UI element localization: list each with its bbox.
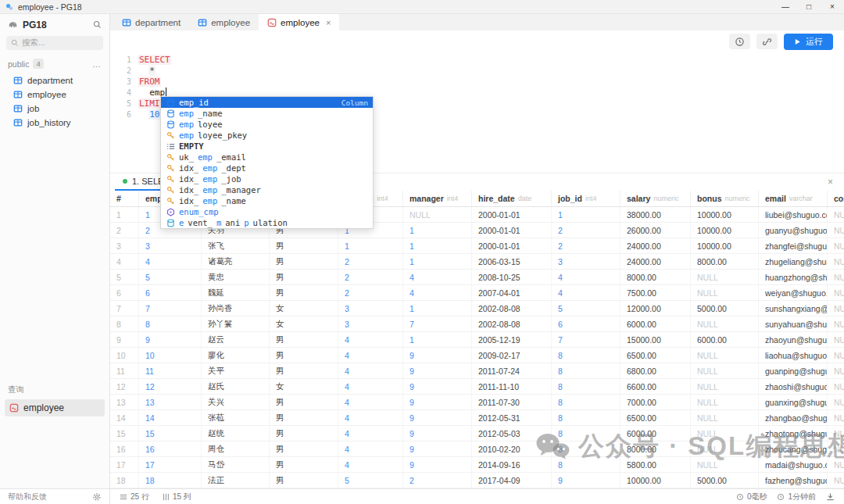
table-cell: huangzhong@shug...: [759, 270, 828, 284]
autocomplete-item[interactable]: uk_emp_email: [161, 152, 373, 163]
help-label[interactable]: 帮助和反馈: [8, 491, 47, 502]
table-cell: 9: [110, 332, 139, 347]
table-cell: 男: [270, 332, 338, 347]
sidebar-item-employee[interactable]: employee: [0, 88, 109, 102]
table-row[interactable]: 77孙尚香女312002-08-08512000.005000.00sunsha…: [110, 301, 844, 316]
autocomplete-item[interactable]: idx_emp_name: [161, 195, 373, 206]
table-cell: 8: [552, 441, 620, 456]
table-row[interactable]: 66魏延男242007-04-0147500.00NULLweiyan@shug…: [110, 285, 844, 301]
table-row[interactable]: 1010廖化男492009-02-1786500.00NULLliaohua@s…: [110, 348, 844, 363]
query-item-employee[interactable]: employee: [5, 399, 105, 416]
table-row[interactable]: 1515赵统男492012-05-0386000.00NULLzhaotong@…: [110, 426, 844, 441]
sidebar-item-department[interactable]: department: [0, 73, 109, 88]
gear-icon[interactable]: [92, 492, 102, 502]
table-cell: 2000-01-01: [472, 207, 552, 222]
column-header-hire_date[interactable]: hire_datedate: [472, 191, 552, 206]
sidebar-item-label: employee: [27, 90, 66, 99]
autocomplete-item[interactable]: idx_emp_manager: [161, 184, 373, 195]
autocomplete-item[interactable]: event_manipulation: [161, 217, 373, 228]
sidebar-item-job_history[interactable]: job_history: [0, 116, 109, 130]
tab-department[interactable]: department: [113, 14, 189, 30]
autocomplete-item-text: emp: [179, 120, 194, 129]
table-cell: 9: [403, 379, 472, 394]
table-row[interactable]: 55黄忠男242008-10-2548000.00NULLhuangzhong@…: [110, 270, 844, 285]
table-row[interactable]: 1212赵氏女492011-11-1086600.00NULLzhaoshi@s…: [110, 379, 844, 395]
app-window: employee - PG18 — □ × PG18 搜索... public …: [0, 0, 844, 504]
table-cell: NULL: [691, 379, 759, 394]
play-icon: [794, 38, 801, 45]
autocomplete-item[interactable]: emp_name: [161, 108, 373, 119]
table-cell: 男: [270, 254, 338, 269]
table-cell: 13: [139, 395, 202, 409]
results-close-icon[interactable]: ×: [821, 177, 839, 188]
tab-employee[interactable]: employee×: [259, 14, 339, 30]
minimize-button[interactable]: —: [774, 0, 797, 13]
table-row[interactable]: 33张飞男112000-01-01224000.0010000.00zhangf…: [110, 238, 844, 254]
table-cell: 2005-12-19: [472, 332, 552, 347]
table-cell: 1: [552, 207, 620, 222]
table-cell: NULL: [691, 457, 759, 472]
code-text: SELECT: [138, 55, 171, 66]
table-cell: 孙丫鬟: [202, 316, 270, 331]
table-row[interactable]: 99赵云男412005-12-19715000.006000.00zhaoyun…: [110, 332, 844, 348]
schema-row[interactable]: public 4 …: [0, 53, 109, 71]
search-icon[interactable]: [93, 20, 102, 29]
search-input[interactable]: 搜索...: [6, 36, 103, 50]
column-header-cor[interactable]: cor: [828, 191, 844, 206]
autocomplete-item[interactable]: emp_idColumn: [161, 97, 373, 108]
autocomplete-item[interactable]: employee: [161, 119, 373, 130]
autocomplete-item[interactable]: enum_cmp: [161, 206, 373, 217]
column-header-email[interactable]: emailvarchar: [759, 191, 828, 206]
editor-toolbar: 运行: [110, 30, 844, 52]
table-cell: 2011-07-24: [472, 363, 552, 378]
column-header-manager[interactable]: managerint4: [403, 191, 472, 206]
search-icon: [11, 39, 19, 47]
table-row[interactable]: 88孙丫鬟女372002-08-0866000.00NULLsunyahuan@…: [110, 316, 844, 332]
queries-section-label: 查询: [0, 380, 109, 399]
table-cell: 4: [139, 254, 202, 269]
autocomplete-item[interactable]: employee_pkey: [161, 130, 373, 141]
schema-menu-icon[interactable]: …: [92, 59, 102, 69]
column-header-bonus[interactable]: bonusnumeric: [691, 191, 759, 206]
tab-employee[interactable]: employee: [189, 14, 259, 30]
table-cell: 2007-04-01: [472, 285, 552, 300]
column-header-salary[interactable]: salarynumeric: [620, 191, 691, 206]
link-button[interactable]: [756, 34, 778, 49]
autocomplete-item[interactable]: EMPTY: [161, 141, 373, 152]
table-cell: 2011-11-10: [472, 379, 552, 394]
tab-label: department: [135, 18, 181, 27]
table-cell: NULL: [828, 473, 844, 488]
column-header-job_id[interactable]: job_idint4: [552, 191, 620, 206]
download-icon[interactable]: [826, 492, 835, 501]
table-cell: 男: [270, 285, 338, 300]
table-row[interactable]: 1717马岱男492014-09-1685800.00NULLmadai@shu…: [110, 457, 844, 473]
autocomplete-item[interactable]: idx_emp_job: [161, 173, 373, 184]
history-button[interactable]: [729, 34, 750, 49]
table-row[interactable]: 1111关平男492011-07-2486800.00NULLguanping@…: [110, 363, 844, 379]
table-cell: 2012-05-31: [472, 410, 552, 425]
table-cell: 26000.00: [620, 223, 691, 238]
table-cell: 5: [338, 473, 403, 488]
run-button[interactable]: 运行: [784, 34, 833, 50]
table-cell: NULL: [828, 441, 844, 456]
connection-header[interactable]: PG18: [0, 14, 109, 35]
tab-close-icon[interactable]: ×: [326, 18, 331, 27]
table-row[interactable]: 1414张苞男492012-05-3186500.00NULLzhangbao@…: [110, 410, 844, 426]
column-header-#[interactable]: #: [110, 191, 139, 206]
table-row[interactable]: 1313关兴男492011-07-3087000.00NULLguanxing@…: [110, 395, 844, 410]
sidebar-item-job[interactable]: job: [0, 102, 109, 116]
tab-label: employee: [211, 18, 250, 27]
table-row[interactable]: 1616周仓男492010-02-2088000.00NULLzhoucang@…: [110, 441, 844, 457]
maximize-button[interactable]: □: [797, 0, 821, 13]
table-row[interactable]: 1818法正男522017-04-09910000.005000.00fazhe…: [110, 473, 844, 488]
table-cell: 9: [403, 410, 472, 425]
close-button[interactable]: ×: [821, 0, 844, 13]
autocomplete-item-text: ulation: [253, 218, 288, 227]
table-cell: 马岱: [202, 457, 270, 472]
tab-bar: departmentemployeeemployee×: [110, 14, 844, 30]
table-cell: 6500.00: [620, 410, 691, 425]
table-cell: 2: [110, 223, 139, 238]
column-type: int4: [585, 195, 597, 202]
autocomplete-item[interactable]: idx_emp_dept: [161, 163, 373, 173]
table-row[interactable]: 44诸葛亮男212006-03-15324000.008000.00zhugel…: [110, 254, 844, 270]
